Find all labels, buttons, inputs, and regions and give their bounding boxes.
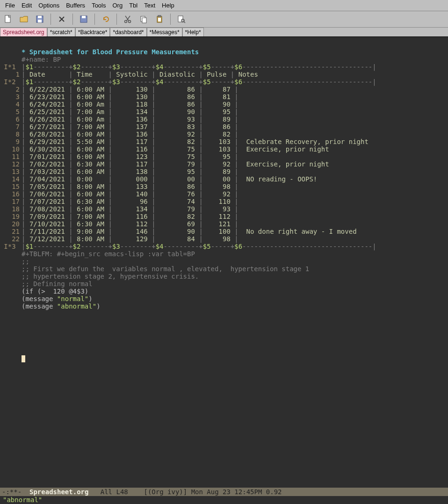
tab[interactable]: *Backtrace* [75, 28, 110, 36]
menu-bar: FileEditOptionsBuffersToolsOrgTblTextHel… [0, 0, 448, 11]
copy-icon[interactable] [137, 13, 150, 25]
separator [170, 14, 171, 25]
separator [116, 14, 117, 25]
minibuffer[interactable]: "abnormal" [0, 496, 448, 504]
menu-tbl[interactable]: Tbl [126, 1, 141, 10]
editor-area[interactable]: * Spreadsheet for Blood Pressure Measure… [0, 37, 448, 362]
menu-buffers[interactable]: Buffers [63, 1, 88, 10]
svg-rect-2 [38, 16, 42, 18]
svg-rect-3 [38, 20, 42, 22]
separator [94, 14, 95, 25]
svg-rect-12 [158, 18, 161, 22]
save-as-icon[interactable] [78, 13, 90, 25]
menu-tools[interactable]: Tools [88, 1, 109, 10]
svg-rect-13 [178, 16, 183, 22]
menu-text[interactable]: Text [141, 1, 159, 10]
svg-point-7 [129, 21, 131, 23]
tab[interactable]: Spreadsheet.org [0, 28, 47, 36]
tab[interactable]: *Help* [182, 28, 204, 36]
menu-help[interactable]: Help [159, 1, 178, 10]
svg-rect-9 [142, 18, 146, 23]
menu-edit[interactable]: Edit [18, 1, 35, 10]
svg-point-6 [125, 21, 127, 23]
tab[interactable]: *scratch* [47, 28, 75, 36]
cut-icon[interactable] [122, 13, 134, 25]
menu-options[interactable]: Options [35, 1, 63, 10]
undo-icon[interactable] [100, 13, 112, 25]
tab[interactable]: *dashboard* [110, 28, 146, 36]
tab-bar: Spreadsheet.org*scratch**Backtrace**dash… [0, 28, 448, 37]
svg-rect-5 [82, 16, 86, 18]
toolbar [0, 11, 448, 28]
tab[interactable]: *Messages* [147, 28, 182, 36]
new-file-icon[interactable] [2, 13, 14, 25]
separator [72, 14, 73, 25]
save-file-icon[interactable] [34, 13, 46, 25]
svg-rect-11 [158, 15, 161, 17]
mode-line: -:**- Spreadsheet.org All L48 [(Org ivy)… [0, 488, 448, 496]
menu-file[interactable]: File [2, 1, 18, 10]
menu-org[interactable]: Org [109, 1, 126, 10]
paste-icon[interactable] [153, 13, 166, 25]
text-cursor [22, 355, 25, 362]
close-icon[interactable] [56, 13, 68, 25]
separator [51, 14, 51, 25]
search-icon[interactable] [175, 13, 188, 25]
open-file-icon[interactable] [18, 13, 30, 25]
